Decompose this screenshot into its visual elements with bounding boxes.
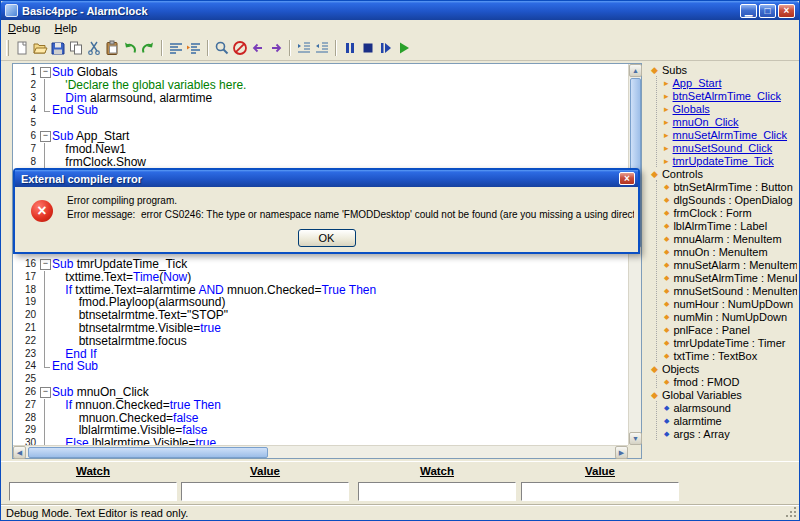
arrow-icon: ▸ — [664, 91, 669, 101]
cut-icon[interactable] — [85, 39, 103, 57]
fold-collapse-icon[interactable] — [39, 130, 52, 143]
code-line[interactable]: 4End Sub — [13, 104, 628, 117]
tree-item-numhour[interactable]: ◆numHour : NumUpDown — [664, 297, 797, 310]
tree-item-mnualarm[interactable]: ◆mnuAlarm : MenuItem — [664, 232, 797, 245]
tree-section-controls[interactable]: ◆Controls — [651, 167, 797, 180]
maximize-icon[interactable]: □ — [759, 4, 776, 18]
tree-section-subs[interactable]: ◆Subs — [651, 63, 797, 76]
uncomment-icon[interactable] — [185, 39, 203, 57]
fold-marker — [39, 399, 52, 412]
watch-input[interactable] — [9, 482, 177, 501]
paste-icon[interactable] — [103, 39, 121, 57]
tree-item-label: numMin : NumUpDown — [673, 311, 787, 323]
find-off-icon[interactable] — [231, 39, 249, 57]
tree-item-globals[interactable]: ▸Globals — [664, 102, 797, 115]
dialog-title-bar[interactable]: External compiler error × — [15, 170, 638, 187]
horizontal-scrollbar[interactable]: ◀ ▶ — [13, 445, 628, 458]
resize-grip[interactable] — [785, 506, 798, 519]
vertical-scrollbar[interactable]: ▲ ▼ — [628, 64, 641, 445]
fold-collapse-icon[interactable] — [39, 258, 52, 271]
tree-item-nummin[interactable]: ◆numMin : NumUpDown — [664, 310, 797, 323]
tree-item-tmrupdatetime-tick[interactable]: ▸tmrUpdateTime_Tick — [664, 154, 797, 167]
find-icon[interactable] — [213, 39, 231, 57]
tree-item-tmrupdatetime[interactable]: ◆tmrUpdateTime : Timer — [664, 336, 797, 349]
tree-item-alarmsound[interactable]: ◆alarmsound — [664, 401, 797, 414]
code-line[interactable]: 22 btnsetalrmtme.focus — [13, 335, 628, 348]
copy-icon[interactable] — [67, 39, 85, 57]
tree-item-app-start[interactable]: ▸App_Start — [664, 76, 797, 89]
minimize-icon[interactable]: ▁ — [740, 4, 757, 18]
ok-button[interactable]: OK — [298, 229, 356, 247]
watch-input[interactable] — [181, 482, 349, 501]
fold-marker — [39, 348, 52, 361]
tree-item-label: mnuSetAlrmTime : MenuItem — [673, 272, 797, 284]
redo-icon[interactable] — [139, 39, 157, 57]
fold-marker — [39, 143, 52, 156]
fold-collapse-icon[interactable] — [39, 386, 52, 399]
tree-section-objects[interactable]: ◆Objects — [651, 362, 797, 375]
tree-item-mnuon[interactable]: ◆mnuOn : MenuItem — [664, 245, 797, 258]
back-icon[interactable] — [249, 39, 267, 57]
code-line[interactable]: 24End Sub — [13, 360, 628, 373]
tree-section-global-variables[interactable]: ◆Global Variables — [651, 388, 797, 401]
fold-collapse-icon[interactable] — [39, 66, 52, 79]
close-icon[interactable]: × — [778, 4, 795, 18]
forward-icon[interactable] — [267, 39, 285, 57]
step-into-icon[interactable] — [377, 39, 395, 57]
tree-item-mnusetalarm[interactable]: ◆mnuSetAlarm : MenuItem — [664, 258, 797, 271]
code-area[interactable]: 1Sub Globals2 'Declare the global variab… — [13, 64, 628, 445]
tree-item-args[interactable]: ◆args : Array — [664, 427, 797, 440]
tree-item-mnusetsound[interactable]: ◆mnuSetSound : MenuItem — [664, 284, 797, 297]
tree-item-btnsetalrmtime-click[interactable]: ▸btnSetAlrmTime_Click — [664, 89, 797, 102]
tree-item-label: lblAlrmTime : Label — [673, 220, 767, 232]
tree-item-mnusetalrmtime[interactable]: ◆mnuSetAlrmTime : MenuItem — [664, 271, 797, 284]
code-line[interactable]: 23 End If — [13, 348, 628, 361]
undo-icon[interactable] — [121, 39, 139, 57]
diamond-icon: ◆ — [664, 430, 669, 438]
menu-debug[interactable]: Debug — [1, 21, 47, 35]
outdent-icon[interactable] — [313, 39, 331, 57]
code-line[interactable]: 8 frmClock.Show — [13, 156, 628, 169]
tree-item-mnusetsound-click[interactable]: ▸mnuSetSound_Click — [664, 141, 797, 154]
code-line[interactable]: 3 Dim alarmsound, alarmtime — [13, 92, 628, 105]
watch-input[interactable] — [521, 482, 679, 501]
toolbar-grip[interactable] — [6, 40, 9, 56]
open-icon[interactable] — [31, 39, 49, 57]
watch-input[interactable] — [358, 482, 516, 501]
stop-icon[interactable] — [359, 39, 377, 57]
tree-item-label: numHour : NumUpDown — [673, 298, 793, 310]
menu-help[interactable]: Help — [47, 21, 84, 35]
new-icon[interactable] — [13, 39, 31, 57]
horizontal-scroll-thumb[interactable] — [28, 447, 268, 458]
title-bar[interactable]: Basic4ppc - AlarmClock ▁□× — [1, 1, 799, 20]
toolbar-separator — [289, 40, 291, 56]
dialog-close-icon[interactable]: × — [619, 172, 635, 185]
tree-item-label: mnuSetSound_Click — [673, 142, 773, 154]
diamond-icon: ◆ — [664, 287, 669, 295]
code-editor[interactable]: 1Sub Globals2 'Declare the global variab… — [12, 63, 642, 459]
menu-bar: DebugHelp — [1, 20, 799, 36]
comment-icon[interactable] — [167, 39, 185, 57]
tree-item-txttime[interactable]: ◆txtTime : TextBox — [664, 349, 797, 362]
scroll-left-icon[interactable]: ◀ — [13, 446, 26, 459]
scroll-right-icon[interactable]: ▶ — [615, 446, 628, 459]
tree-item-lblalrmtime[interactable]: ◆lblAlrmTime : Label — [664, 219, 797, 232]
pause-icon[interactable] — [341, 39, 359, 57]
run-icon[interactable] — [395, 39, 413, 57]
indent-icon[interactable] — [295, 39, 313, 57]
tree-item-label: tmrUpdateTime_Tick — [673, 155, 774, 167]
tree-item-alarmtime[interactable]: ◆alarmtime — [664, 414, 797, 427]
tree-item-mnusetalrmtime-click[interactable]: ▸mnuSetAlrmTime_Click — [664, 128, 797, 141]
tree-item-pnlface[interactable]: ◆pnlFace : Panel — [664, 323, 797, 336]
tree-item-frmclock[interactable]: ◆frmClock : Form — [664, 206, 797, 219]
scroll-up-icon[interactable]: ▲ — [629, 64, 642, 77]
fold-marker — [39, 322, 52, 335]
save-icon[interactable] — [49, 39, 67, 57]
code-line[interactable]: 30 Else lblalrmtime.Visible=true — [13, 437, 628, 445]
fold-marker — [39, 79, 52, 92]
tree-item-fmod[interactable]: ◆fmod : FMOD — [664, 375, 797, 388]
scroll-down-icon[interactable]: ▼ — [629, 432, 642, 445]
tree-item-btnsetalrmtime[interactable]: ◆btnSetAlrmTime : Button — [664, 180, 797, 193]
tree-item-mnuon-click[interactable]: ▸mnuOn_Click — [664, 115, 797, 128]
tree-item-dlgsounds[interactable]: ◆dlgSounds : OpenDialog — [664, 193, 797, 206]
